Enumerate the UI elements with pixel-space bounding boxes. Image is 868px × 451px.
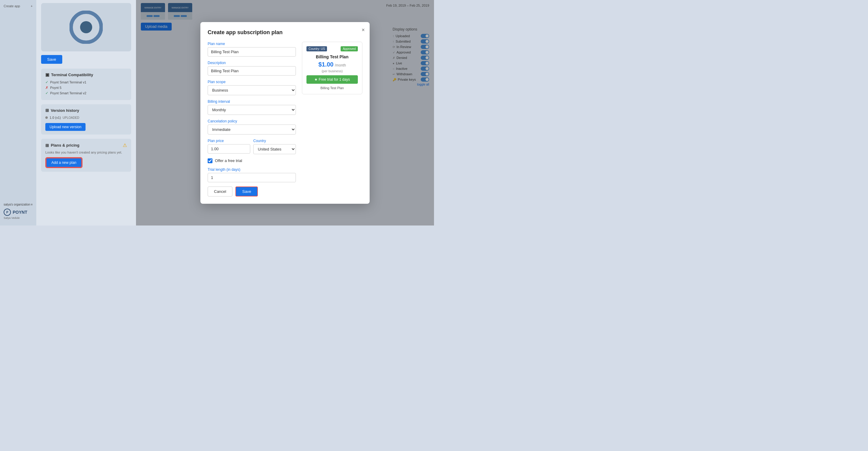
preview-price: $1.00 /month <box>306 61 358 68</box>
approved-badge: Approved <box>341 46 358 51</box>
trial-length-group: Trial length (in days) <box>208 168 296 182</box>
left-panel: Save ▣ Terminal Compatibility ✓ Poynt Sm… <box>36 0 136 226</box>
sidebar-create-app-label: Create app <box>4 4 20 8</box>
right-panel: Feb 19, 2019 – Feb 25, 2019 MANAGE ENTRY… <box>136 0 434 226</box>
modal-form: Plan name Description Plan scope Busines… <box>208 42 296 197</box>
poynt-logo: P POYNT <box>4 209 33 216</box>
terminal-icon: ▣ <box>45 72 49 77</box>
preview-description: Billing Test Plan <box>306 86 358 90</box>
plans-pricing-title: ⊞ Plans & pricing <box>45 143 80 148</box>
plan-scope-label: Plan scope <box>208 80 296 84</box>
plan-scope-select[interactable]: Business Terminal <box>208 85 296 95</box>
compat-item-2: ✗ Poynt 5 <box>45 86 127 90</box>
compat-item-3: ✓ Poynt Smart Terminal v2 <box>45 91 127 95</box>
description-label: Description <box>208 61 296 65</box>
poynt-brand-icon: P <box>4 209 11 216</box>
preview-price-period: /month <box>335 63 346 67</box>
upload-new-version-button[interactable]: Upload new version <box>45 123 86 131</box>
version-dot-icon <box>45 116 48 119</box>
plans-pricing-section: ⊞ Plans & pricing ⚠ Looks like you haven… <box>41 139 131 172</box>
plans-warning-icon: ⚠ <box>123 142 127 148</box>
offer-free-trial-label: Offer a free trial <box>215 158 242 163</box>
description-group: Description <box>208 61 296 76</box>
preview-trial-button: ★ Free trial for 1 days <box>306 75 358 84</box>
check-icon-1: ✓ <box>45 80 49 84</box>
offer-free-trial-row: Offer a free trial <box>208 158 296 163</box>
modal-close-button[interactable]: × <box>362 27 365 33</box>
layers-icon: ⊞ <box>45 108 49 113</box>
preview-card-header: Country: US Approved <box>306 46 358 51</box>
svg-point-1 <box>80 21 92 33</box>
modal-actions: Cancel Save <box>208 186 296 197</box>
plan-scope-group: Plan scope Business Terminal <box>208 80 296 95</box>
offer-free-trial-checkbox[interactable] <box>208 158 213 163</box>
x-icon-1: ✗ <box>45 86 49 90</box>
billing-interval-label: Billing interval <box>208 99 296 104</box>
compat-item-1: ✓ Poynt Smart Terminal v1 <box>45 80 127 84</box>
modal-overlay: Create app subscription plan × Plan name… <box>136 0 434 226</box>
sidebar-user-name: Satya Vedule <box>4 216 33 219</box>
preview-price-sub: (per business) <box>306 69 358 73</box>
version-history-section: ⊞ Version history 1.0 (v1) UPLOADED Uplo… <box>41 104 131 134</box>
plan-price-label: Plan price <box>208 139 250 143</box>
plan-price-input[interactable] <box>208 144 250 154</box>
modal-body: Plan name Description Plan scope Busines… <box>208 42 362 197</box>
billing-interval-select[interactable]: Monthly Yearly <box>208 105 296 115</box>
save-button[interactable]: Save <box>41 55 62 64</box>
plan-name-input[interactable] <box>208 47 296 57</box>
version-history-title: ⊞ Version history <box>45 108 127 113</box>
plans-empty-text: Looks like you haven't created any prici… <box>45 151 127 154</box>
plans-icon: ⊞ <box>45 143 49 148</box>
org-name-label: satya's organization <box>4 203 30 206</box>
modal-save-button[interactable]: Save <box>236 186 258 197</box>
country-select[interactable]: United States Canada United Kingdom <box>253 144 296 154</box>
country-group: Country United States Canada United King… <box>253 139 296 154</box>
sidebar: Create app + satya's organization ≡ P PO… <box>0 0 36 226</box>
sidebar-org: satya's organization ≡ <box>4 203 33 206</box>
sidebar-menu-icon[interactable]: ≡ <box>31 203 33 206</box>
add-new-plan-button[interactable]: Add a new plan <box>46 158 82 168</box>
trial-length-label: Trial length (in days) <box>208 168 296 172</box>
sidebar-add-icon[interactable]: + <box>31 4 33 8</box>
preview-price-amount: $1.00 <box>318 61 333 68</box>
plan-name-group: Plan name <box>208 42 296 57</box>
price-country-row: Plan price Country United States Canada … <box>208 139 296 158</box>
app-logo-svg <box>69 10 103 44</box>
country-badge: Country: US <box>306 46 327 51</box>
preview-plan-name: Billing Test Plan <box>306 54 358 59</box>
cancelation-policy-group: Cancelation policy Immediate End of peri… <box>208 119 296 134</box>
app-logo-area <box>41 3 131 51</box>
terminal-compatibility-section: ▣ Terminal Compatibility ✓ Poynt Smart T… <box>41 69 131 100</box>
country-label: Country <box>253 139 296 143</box>
version-item-1: 1.0 (v1) UPLOADED <box>45 116 127 119</box>
description-input[interactable] <box>208 66 296 76</box>
cancel-button[interactable]: Cancel <box>208 186 232 197</box>
plan-preview: Country: US Approved Billing Test Plan $… <box>302 42 362 197</box>
check-icon-2: ✓ <box>45 91 49 95</box>
poynt-brand-label: POYNT <box>13 210 27 215</box>
add-plan-wrapper: Add a new plan <box>45 157 83 168</box>
plans-pricing-header: ⊞ Plans & pricing ⚠ <box>45 142 127 148</box>
plan-price-group: Plan price <box>208 139 250 154</box>
modal-title: Create app subscription plan <box>208 29 362 36</box>
preview-card: Country: US Approved Billing Test Plan $… <box>302 42 362 94</box>
cancelation-policy-select[interactable]: Immediate End of period <box>208 124 296 134</box>
cancelation-policy-label: Cancelation policy <box>208 119 296 123</box>
sidebar-create-app[interactable]: Create app + <box>0 2 36 10</box>
plan-name-label: Plan name <box>208 42 296 46</box>
main-area: Save ▣ Terminal Compatibility ✓ Poynt Sm… <box>36 0 434 226</box>
billing-interval-group: Billing interval Monthly Yearly <box>208 99 296 115</box>
trial-length-input[interactable] <box>208 173 296 182</box>
terminal-compatibility-title: ▣ Terminal Compatibility <box>45 72 127 77</box>
subscription-plan-modal: Create app subscription plan × Plan name… <box>200 22 370 204</box>
